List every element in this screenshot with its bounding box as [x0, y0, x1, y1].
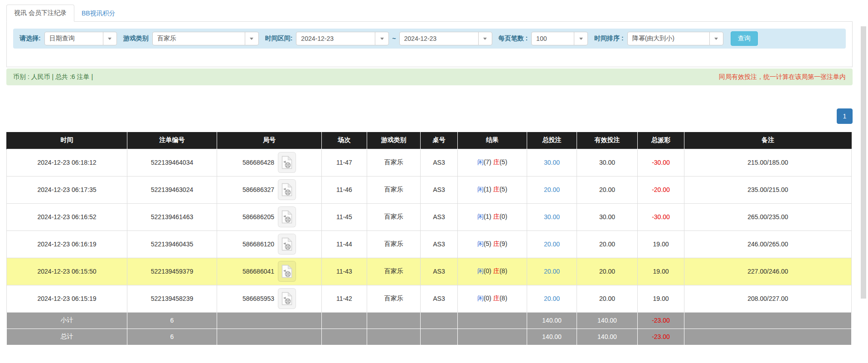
sort-order-select[interactable]: 降幂(由大到小): [627, 32, 723, 45]
player-result-value: (1): [484, 213, 491, 220]
payout-value: 19.00: [653, 268, 669, 275]
result-cell: 闲(5) 庄(9): [458, 231, 527, 258]
session-cell: 11-46: [322, 176, 367, 203]
table-row: 2024-12-23 06:15:19522139458239586685953…: [7, 285, 852, 312]
table-row: 2024-12-23 06:16:52522139461463586686205…: [7, 203, 852, 231]
payout-cell: -30.00: [638, 149, 684, 176]
time-cell: 2024-12-23 06:15:50: [7, 258, 127, 285]
summary-payout-cell: -23.00: [638, 312, 684, 329]
filter-bar: 请选择: 日期查询 游戏类别 百家乐 时间区间: 2024-12-23 ~ 20…: [13, 29, 846, 49]
query-type-label: 请选择:: [19, 34, 41, 43]
page-size-select[interactable]: 100: [531, 32, 588, 45]
column-header: 桌号: [421, 132, 458, 149]
session-cell: 11-45: [322, 203, 367, 231]
player-result-value: (0): [484, 294, 491, 302]
bet-id-cell: 522139460435: [127, 231, 217, 258]
tab-bar: 视讯 会员下注纪录 BB视讯积分: [6, 5, 853, 22]
summary-empty-cell: [217, 329, 322, 345]
bet-id-cell: 522139463024: [127, 176, 217, 203]
bet-id-cell: 522139464034: [127, 149, 217, 176]
table-no-cell: AS3: [421, 285, 458, 312]
summary-payout-value: -23.00: [652, 317, 670, 324]
table-no-cell: AS3: [421, 176, 458, 203]
video-file-icon: [281, 292, 292, 305]
banker-result-label: 庄: [493, 186, 499, 193]
round-id-text: 586686041: [242, 268, 274, 275]
vertical-scrollbar[interactable]: [861, 26, 866, 299]
game-type-cell: 百家乐: [367, 176, 421, 203]
result-cell: 闲(1) 庄(0): [458, 203, 527, 231]
session-cell: 11-47: [322, 149, 367, 176]
player-result-value: (5): [484, 240, 491, 247]
player-result-value: (7): [484, 158, 491, 166]
total-bet-link[interactable]: 20.00: [544, 268, 560, 275]
pagination: 1: [6, 108, 853, 124]
player-result-label: 闲: [477, 294, 484, 302]
payout-value: 19.00: [653, 295, 669, 302]
round-id-cell: 586686041: [217, 258, 322, 285]
column-header: 有效投注: [577, 132, 638, 149]
summary-label-cell: 小计: [7, 312, 127, 329]
summary-total-bet-cell: 140.00: [527, 312, 577, 329]
chevron-down-icon: [375, 32, 388, 45]
page-1-button[interactable]: 1: [837, 108, 853, 124]
total-bet-link[interactable]: 30.00: [544, 159, 560, 166]
valid-bet-cell: 30.00: [577, 203, 638, 231]
summary-empty-cell: [367, 312, 421, 329]
total-bet-cell: 30.00: [527, 203, 577, 231]
valid-bet-cell: 20.00: [577, 176, 638, 203]
column-header: 局号: [217, 132, 322, 149]
time-cell: 2024-12-23 06:16:52: [7, 203, 127, 231]
query-type-select[interactable]: 日期查询: [44, 32, 117, 45]
video-replay-button[interactable]: [278, 261, 296, 282]
total-bet-link[interactable]: 20.00: [544, 240, 560, 248]
video-replay-button[interactable]: [278, 234, 296, 255]
bet-id-cell: 522139458239: [127, 285, 217, 312]
result-cell: 闲(7) 庄(5): [458, 149, 527, 176]
banker-result-label: 庄: [493, 213, 499, 220]
total-bet-link[interactable]: 20.00: [544, 186, 560, 193]
result-cell: 闲(1) 庄(5): [458, 176, 527, 203]
payout-cell: 19.00: [638, 258, 684, 285]
tab-video-bet-records[interactable]: 视讯 会员下注纪录: [6, 5, 74, 22]
video-file-icon: [281, 183, 292, 196]
page-size-label: 每页笔数 :: [499, 34, 528, 43]
date-to-select[interactable]: 2024-12-23: [399, 32, 492, 45]
table-row: 2024-12-23 06:15:50522139459379586686041…: [7, 258, 852, 285]
round-id-cell: 586685953: [217, 285, 322, 312]
remark-cell: 208.00/227.00: [684, 285, 852, 312]
remark-cell: 227.00/246.00: [684, 258, 852, 285]
game-type-cell: 百家乐: [367, 231, 421, 258]
tab-bb-video-points[interactable]: BB视讯积分: [74, 5, 123, 22]
bet-id-cell: 522139461463: [127, 203, 217, 231]
total-bet-cell: 20.00: [527, 176, 577, 203]
chevron-down-icon: [103, 32, 116, 45]
banker-result-value: (5): [499, 158, 507, 166]
search-button[interactable]: 查询: [731, 31, 758, 46]
total-bet-link[interactable]: 30.00: [544, 213, 560, 221]
payout-cell: 19.00: [638, 231, 684, 258]
video-replay-button[interactable]: [278, 288, 296, 309]
valid-bet-cell: 30.00: [577, 149, 638, 176]
summary-payout-cell: -23.00: [638, 329, 684, 345]
summary-empty-cell: [322, 312, 367, 329]
game-type-select[interactable]: 百家乐: [152, 32, 259, 45]
table-row: 2024-12-23 06:16:19522139460435586686120…: [7, 231, 852, 258]
chevron-down-icon: [478, 32, 492, 45]
video-replay-button[interactable]: [278, 206, 296, 227]
game-type-cell: 百家乐: [367, 149, 421, 176]
video-replay-button[interactable]: [278, 152, 296, 173]
player-result-value: (0): [484, 267, 491, 275]
game-type-value: 百家乐: [153, 32, 245, 45]
video-replay-button[interactable]: [278, 179, 296, 200]
date-from-select[interactable]: 2024-12-23: [296, 32, 389, 45]
payout-value: -30.00: [652, 213, 670, 221]
payout-cell: -20.00: [638, 176, 684, 203]
player-result-value: (1): [484, 186, 491, 193]
video-file-icon: [281, 237, 292, 251]
summary-row: 小计6140.00140.00-23.00: [7, 312, 852, 329]
banker-result-label: 庄: [493, 267, 499, 275]
total-bet-link[interactable]: 20.00: [544, 295, 560, 302]
valid-bet-notice-text: 同局有效投注，统一计算在该局第一张注单内: [719, 73, 846, 81]
banker-result-value: (0): [499, 213, 507, 220]
